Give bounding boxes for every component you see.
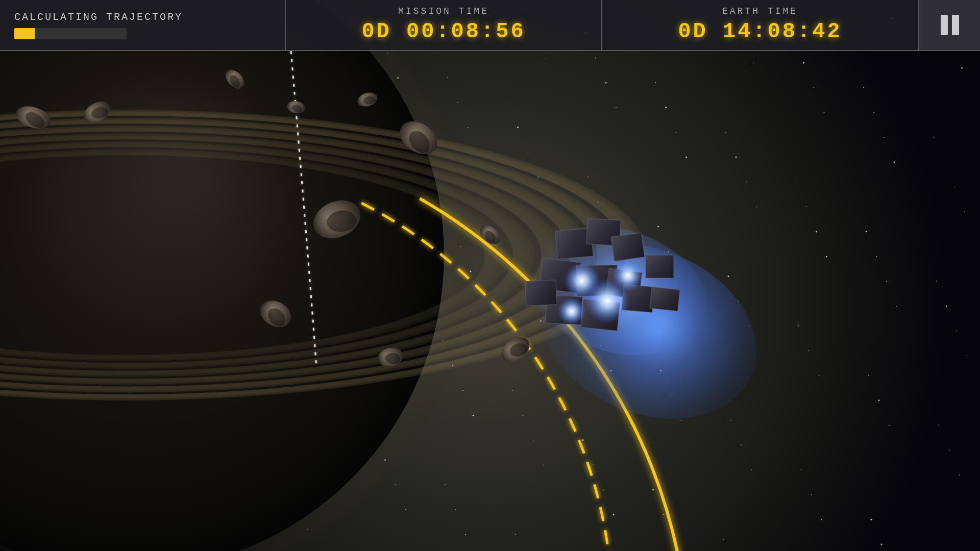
pause-bar-left [941, 15, 948, 35]
calculating-label: CALCULATING TRAJECTORY [14, 11, 271, 23]
earth-time-section: EARTH TIME 0D 14:08:42 [602, 0, 919, 51]
calculating-section: CALCULATING TRAJECTORY [0, 0, 286, 51]
pause-icon [941, 15, 959, 35]
mission-time-label: MISSION TIME [398, 6, 489, 16]
progress-bar-container [14, 28, 127, 39]
top-bar: CALCULATING TRAJECTORY MISSION TIME 0D 0… [0, 0, 980, 51]
mission-time-value: 0D 00:08:56 [361, 19, 525, 44]
pause-bar-right [952, 15, 959, 35]
pause-button[interactable] [919, 0, 980, 51]
progress-bar-fill [14, 28, 35, 39]
earth-time-value: 0D 14:08:42 [678, 19, 842, 44]
mission-time-section: MISSION TIME 0D 00:08:56 [286, 0, 602, 51]
earth-time-label: EARTH TIME [722, 6, 798, 16]
